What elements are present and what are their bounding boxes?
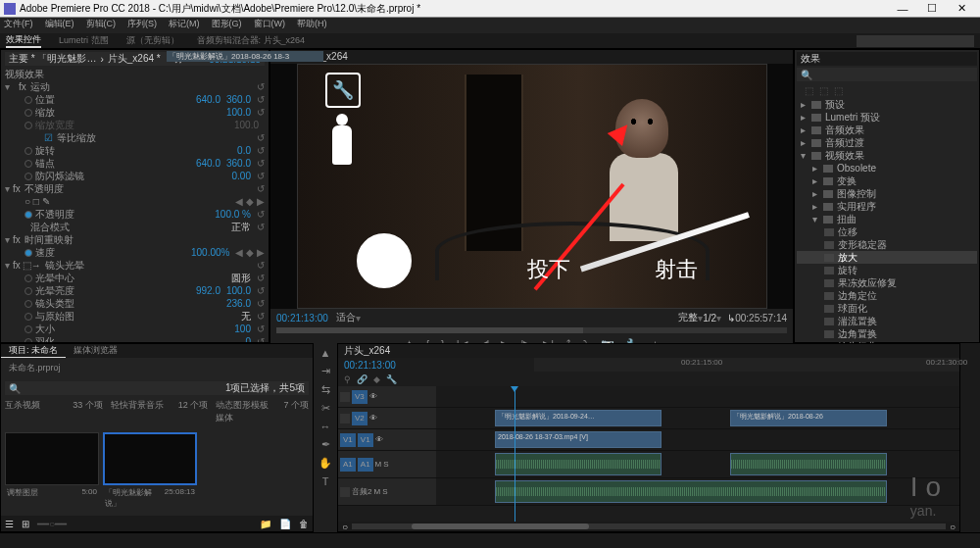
tree-presets[interactable]: 预设 bbox=[825, 98, 845, 112]
ec-anchor[interactable]: 锚点 bbox=[35, 157, 196, 171]
effects-search[interactable]: 🔍 bbox=[797, 68, 977, 81]
ec-lens-flare[interactable]: 镜头光晕 bbox=[45, 259, 257, 273]
menu-sequence[interactable]: 序列(S) bbox=[127, 18, 157, 33]
tree-util[interactable]: 实用程序 bbox=[837, 200, 876, 214]
new-item-icon[interactable]: 📄 bbox=[279, 519, 291, 529]
ec-motion[interactable]: 运动 bbox=[30, 80, 257, 94]
program-zoom[interactable]: 完整 bbox=[678, 311, 698, 324]
type-tool-icon[interactable]: T bbox=[322, 475, 329, 487]
playhead[interactable] bbox=[514, 386, 515, 522]
ec-flare-center[interactable]: 光晕中心 bbox=[35, 272, 231, 285]
tab-source[interactable]: 源（无剪辑） bbox=[126, 34, 179, 47]
tree-audio-tr[interactable]: 音频过渡 bbox=[825, 136, 864, 150]
sequence-name[interactable]: 片头_x264 bbox=[344, 344, 390, 358]
timeline-clip[interactable]: 2018-08-26 18-37-03.mp4 [V] bbox=[495, 431, 662, 448]
ec-time-remap[interactable]: 时间重映射 bbox=[24, 233, 265, 247]
icon-view-icon[interactable]: ⊞ bbox=[22, 519, 29, 529]
fx-rotate[interactable]: 旋转 bbox=[838, 264, 858, 277]
ec-opacity[interactable]: 不透明度 bbox=[24, 182, 257, 196]
fx-turbulent[interactable]: 湍流置换 bbox=[838, 315, 877, 328]
project-item-selected[interactable]: 「明光魅影解说」25:08:13 bbox=[103, 432, 197, 511]
timeline-audio-clip[interactable] bbox=[495, 480, 887, 503]
program-fit[interactable]: 适合 bbox=[336, 311, 356, 324]
workspace-search[interactable] bbox=[857, 35, 974, 47]
razor-tool-icon[interactable]: ✂ bbox=[321, 402, 330, 415]
menu-help[interactable]: 帮助(H) bbox=[297, 18, 327, 33]
timeline-ruler[interactable]: 00:21:15:00 00:21:30:00 bbox=[534, 358, 959, 372]
tree-audio-fx[interactable]: 音频效果 bbox=[825, 124, 864, 137]
ec-lens-type[interactable]: 镜头类型 bbox=[35, 297, 226, 311]
max-button[interactable]: ☐ bbox=[917, 2, 947, 15]
ec-blend-orig[interactable]: 与原始图 bbox=[35, 310, 241, 324]
tab-media-browser[interactable]: 媒体浏览器 bbox=[66, 344, 125, 358]
link-icon[interactable]: 🔗 bbox=[357, 374, 368, 384]
fx-accel-icon[interactable]: ⬚ bbox=[819, 85, 828, 96]
program-half[interactable]: 1/2 bbox=[703, 313, 716, 324]
timeline-clip[interactable]: 「明光魅影解说」2018-09-24… bbox=[495, 410, 662, 426]
menu-window[interactable]: 窗口(W) bbox=[254, 18, 286, 33]
ec-uniform[interactable]: 等比缩放 bbox=[57, 131, 257, 145]
pen-tool-icon[interactable]: ✒ bbox=[321, 438, 330, 451]
bin-2[interactable]: 轻快背景音乐 bbox=[111, 399, 171, 424]
ec-blend[interactable]: 混合模式 bbox=[30, 221, 231, 234]
ec-bright[interactable]: 光晕亮度 bbox=[35, 284, 196, 298]
fx-warp-stab[interactable]: 变形稳定器 bbox=[838, 238, 887, 252]
trash-icon[interactable]: 🗑 bbox=[299, 519, 309, 529]
program-scrubber[interactable] bbox=[276, 327, 787, 333]
project-filter[interactable]: 🔍1项已选择，共5项 bbox=[5, 381, 309, 395]
ec-rotation[interactable]: 旋转 bbox=[35, 144, 237, 158]
min-button[interactable]: — bbox=[888, 3, 917, 15]
tree-distort[interactable]: 扭曲 bbox=[837, 213, 857, 226]
fx-magnify[interactable]: 放大 bbox=[838, 251, 858, 265]
tree-video-fx[interactable]: 视频效果 bbox=[825, 149, 864, 163]
ec-opacity-val[interactable]: 不透明度 bbox=[35, 208, 215, 222]
fx-badge-icon[interactable]: ⬚ bbox=[805, 85, 813, 96]
track-select-tool-icon[interactable]: ⇥ bbox=[321, 365, 330, 377]
menu-file[interactable]: 文件(F) bbox=[4, 18, 33, 33]
ec-big[interactable]: 大小 bbox=[35, 323, 234, 336]
tab-effect-controls[interactable]: 效果控件 bbox=[6, 33, 41, 48]
close-button[interactable]: ✕ bbox=[947, 2, 976, 15]
tree-obsolete[interactable]: Obsolete bbox=[837, 163, 876, 174]
fx-warp[interactable]: 位移 bbox=[838, 225, 858, 239]
tab-audio-mixer[interactable]: 音频剪辑混合器: 片头_x264 bbox=[197, 34, 306, 47]
tab-project[interactable]: 项目: 未命名 bbox=[1, 344, 66, 358]
fx-yuv-icon[interactable]: ⬚ bbox=[834, 85, 843, 96]
ec-feather[interactable]: 羽化 bbox=[35, 335, 245, 344]
hand-tool-icon[interactable]: ✋ bbox=[318, 457, 332, 470]
bin-1[interactable]: 互杀视频 bbox=[5, 399, 65, 424]
fx-spherize[interactable]: 球面化 bbox=[838, 302, 867, 316]
tree-image-ctrl[interactable]: 图像控制 bbox=[837, 187, 876, 201]
timeline-audio-clip[interactable] bbox=[495, 453, 662, 475]
tree-transform[interactable]: 变换 bbox=[837, 174, 857, 188]
fx-offset[interactable]: 边角置换 bbox=[838, 327, 877, 341]
project-item[interactable]: 调整图层5:00 bbox=[5, 432, 99, 511]
fx-corner[interactable]: 边角定位 bbox=[838, 289, 877, 303]
bin-3[interactable]: 动态图形模板媒体 bbox=[216, 399, 275, 424]
settings-icon[interactable]: 🔧 bbox=[386, 374, 397, 384]
tree-lumetri[interactable]: Lumetri 预设 bbox=[825, 111, 880, 125]
timeline-audio-clip[interactable] bbox=[730, 453, 887, 475]
ec-speed[interactable]: 速度 bbox=[35, 246, 191, 260]
ripple-tool-icon[interactable]: ⇆ bbox=[321, 383, 330, 396]
timeline-clip[interactable]: 「明光魅影解说」2018-08-26 bbox=[730, 410, 887, 426]
timeline-tracks[interactable]: V3👁 V2👁 「明光魅影解说」2018-09-24… 「明光魅影解说」2018… bbox=[338, 386, 959, 522]
menu-graphics[interactable]: 图形(G) bbox=[212, 18, 242, 33]
slip-tool-icon[interactable]: ↔ bbox=[320, 421, 331, 432]
marker-icon[interactable]: ◆ bbox=[373, 374, 380, 384]
program-view[interactable]: 🔧 投下 射击 bbox=[270, 64, 793, 309]
menu-edit[interactable]: 编辑(E) bbox=[45, 18, 74, 33]
fx-rolling[interactable]: 果冻效应修复 bbox=[838, 276, 897, 290]
timeline-scroll[interactable]: ○○ bbox=[338, 522, 959, 531]
ec-position[interactable]: 位置 bbox=[35, 93, 196, 107]
ec-antiflicker[interactable]: 防闪烁滤镜 bbox=[35, 170, 232, 183]
ec-timeline-clip[interactable]: 「明光魅影解说」2018-08-26 18-3 bbox=[167, 51, 323, 62]
timeline-tc[interactable]: 00:21:13:00 bbox=[338, 358, 436, 373]
new-bin-icon[interactable]: 📁 bbox=[260, 519, 271, 529]
program-tc[interactable]: 00:21:13:00 bbox=[276, 313, 328, 324]
menu-clip[interactable]: 剪辑(C) bbox=[86, 18, 117, 33]
menu-marker[interactable]: 标记(M) bbox=[169, 18, 200, 33]
selection-tool-icon[interactable]: ▲ bbox=[320, 347, 331, 359]
ec-scale[interactable]: 缩放 bbox=[35, 106, 226, 120]
snap-icon[interactable]: ⚲ bbox=[344, 374, 351, 384]
